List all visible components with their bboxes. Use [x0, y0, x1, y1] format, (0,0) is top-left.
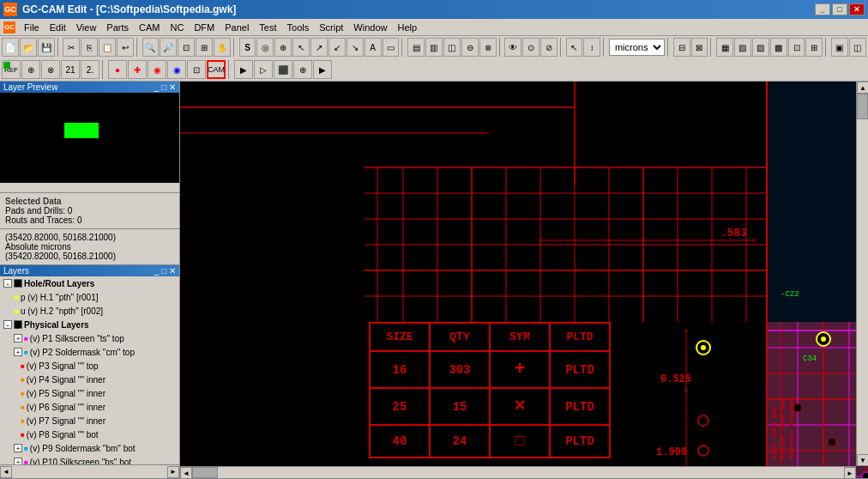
vscroll-thumb[interactable]: [857, 94, 868, 119]
tb-cam4[interactable]: 21: [61, 60, 80, 79]
canvas-area[interactable]: .583 0.525 1.900 1.625 1.037: [180, 82, 868, 478]
tb-red2[interactable]: ✚: [128, 60, 147, 79]
expand-p2[interactable]: +: [14, 348, 22, 356]
canvas-hscroll[interactable]: ◄ ►: [180, 466, 856, 478]
tb-run2[interactable]: ▷: [254, 60, 273, 79]
section-physical[interactable]: - ■ Physical Layers: [0, 318, 179, 331]
canvas-vscroll[interactable]: ▲ ▼: [856, 82, 868, 466]
menu-window[interactable]: Window: [348, 21, 392, 34]
tb-circle[interactable]: ◎: [256, 38, 274, 57]
tb-fill3[interactable]: ◫: [443, 38, 461, 57]
units-select[interactable]: microns mils mm inches: [609, 39, 665, 56]
menu-parts[interactable]: Parts: [101, 21, 134, 34]
hscroll-thumb[interactable]: [192, 467, 218, 478]
scroll-left-canvas-btn[interactable]: ◄: [180, 467, 192, 478]
tb-view6[interactable]: ⊞: [805, 38, 823, 57]
tb-run4[interactable]: ⊕: [293, 60, 312, 79]
tb-pan[interactable]: ✋: [214, 38, 231, 57]
tb-s[interactable]: S: [239, 38, 256, 57]
layer-p2[interactable]: + ■ (v) P2 Soldermask "cm" top: [0, 345, 179, 359]
layer-p10[interactable]: + ■ (v) P10 Silkscreen "bs" bot: [0, 455, 179, 464]
expand-physical[interactable]: -: [3, 320, 12, 329]
tb-grid2[interactable]: ⊠: [691, 38, 708, 57]
tb-run5[interactable]: ▶: [313, 60, 332, 79]
tb-undo[interactable]: ↩: [117, 38, 134, 57]
menu-tools[interactable]: Tools: [282, 21, 315, 34]
expand-p1[interactable]: +: [14, 334, 22, 343]
hscroll-track[interactable]: [192, 467, 844, 478]
tb-red3[interactable]: ◉: [148, 60, 166, 79]
panel-top-controls[interactable]: _ □ ✕: [154, 82, 176, 92]
layer-p9[interactable]: + ■ (v) P9 Soldermask "bm" bot: [0, 441, 179, 455]
tb-new[interactable]: 📄: [2, 38, 19, 57]
menu-script[interactable]: Script: [314, 21, 348, 34]
tb-eye3[interactable]: ⊘: [540, 38, 558, 57]
expand-hole[interactable]: -: [3, 279, 12, 288]
scroll-track[interactable]: [12, 466, 167, 478]
tb-zoom-select[interactable]: ⊞: [196, 38, 213, 57]
tb-cam3[interactable]: ⊗: [41, 60, 60, 79]
tb-view3[interactable]: ▨: [752, 38, 769, 57]
tb-cam5[interactable]: 2.: [81, 60, 99, 79]
tb-view1[interactable]: ▦: [716, 38, 733, 57]
tb-tool1[interactable]: ⊕: [274, 38, 292, 57]
layer-tree[interactable]: Layers _ □ ✕ - Hole/Rout Layers ◆ p (v) …: [0, 265, 179, 464]
tb-eye2[interactable]: ⊙: [522, 38, 539, 57]
tb-zoom-fit[interactable]: ⊡: [178, 38, 195, 57]
layer-p8[interactable]: ■ (v) P8 Signal "" bot: [0, 427, 179, 441]
tb-cursor[interactable]: ↖: [566, 38, 583, 57]
tb-zoom-in[interactable]: 🔍: [142, 38, 160, 57]
tb-run1[interactable]: ▶: [234, 60, 253, 79]
tb-eye1[interactable]: 👁: [504, 38, 521, 57]
layer-tree-controls[interactable]: _ □ ✕: [154, 266, 176, 276]
tb-rect[interactable]: ▭: [383, 38, 400, 57]
menu-view[interactable]: View: [71, 21, 102, 34]
layer-pth[interactable]: ◆ p (v) H.1 "pth" [r001]: [0, 290, 179, 304]
tb-view5[interactable]: ⊡: [788, 38, 805, 57]
tb-cam7[interactable]: CAM: [207, 60, 226, 79]
vscroll-track[interactable]: [857, 94, 868, 454]
tb-copy[interactable]: ⎘: [81, 38, 98, 57]
menu-cam[interactable]: CAM: [134, 21, 165, 34]
tb-flip[interactable]: ⊖: [461, 38, 479, 57]
tb-fill2[interactable]: ▥: [425, 38, 443, 57]
tb-cam1[interactable]: REF: [2, 60, 21, 79]
tb-save[interactable]: 💾: [38, 38, 55, 57]
tb-fill1[interactable]: ▤: [407, 38, 425, 57]
tb-view4[interactable]: ▩: [770, 38, 787, 57]
tb-arrow[interactable]: ↕: [583, 38, 600, 57]
menu-test[interactable]: Test: [254, 21, 281, 34]
menu-dfm[interactable]: DFM: [189, 21, 220, 34]
tb-text[interactable]: A: [365, 38, 382, 57]
tb-zoom-out[interactable]: 🔎: [160, 38, 177, 57]
expand-p10[interactable]: +: [14, 458, 22, 464]
scroll-up-btn[interactable]: ▲: [857, 82, 868, 94]
tb-tool5[interactable]: ↘: [347, 38, 364, 57]
layer-p1[interactable]: + ■ (v) P1 Silkscreen "ts" top: [0, 331, 179, 345]
tb-mirror[interactable]: ⊗: [479, 38, 497, 57]
tb-tool2[interactable]: ↖: [292, 38, 310, 57]
menu-nc[interactable]: NC: [166, 21, 190, 34]
tb-tool4[interactable]: ↙: [329, 38, 346, 57]
tb-grid1[interactable]: ⊟: [673, 38, 690, 57]
layer-p3[interactable]: ■ (v) P3 Signal "" top: [0, 359, 179, 373]
menu-file[interactable]: File: [19, 21, 45, 34]
title-bar-controls[interactable]: _ □ ✕: [815, 3, 865, 15]
menu-panel[interactable]: Panel: [220, 21, 254, 34]
minimize-button[interactable]: _: [815, 3, 830, 15]
restore-button[interactable]: □: [832, 3, 847, 15]
menu-edit[interactable]: Edit: [45, 21, 71, 34]
layer-npth[interactable]: ◆ u (v) H.2 "npth" [r002]: [0, 304, 179, 318]
layer-hscroll[interactable]: ◄ ►: [0, 464, 179, 478]
tb-cam6[interactable]: ⊡: [187, 60, 206, 79]
layer-p4[interactable]: ■ (v) P4 Signal "" inner: [0, 373, 179, 386]
tb-paste[interactable]: 📋: [99, 38, 116, 57]
scroll-left-btn[interactable]: ◄: [0, 466, 12, 478]
layer-p6[interactable]: ■ (v) P6 Signal "" inner: [0, 400, 179, 414]
scroll-down-btn[interactable]: ▼: [857, 454, 868, 466]
tb-view2[interactable]: ▧: [734, 38, 751, 57]
layer-p5[interactable]: ■ (v) P5 Signal "" inner: [0, 386, 179, 400]
tb-tool3[interactable]: ↗: [310, 38, 328, 57]
tb-cut[interactable]: ✂: [63, 38, 80, 57]
tb-border1[interactable]: ▣: [831, 38, 848, 57]
